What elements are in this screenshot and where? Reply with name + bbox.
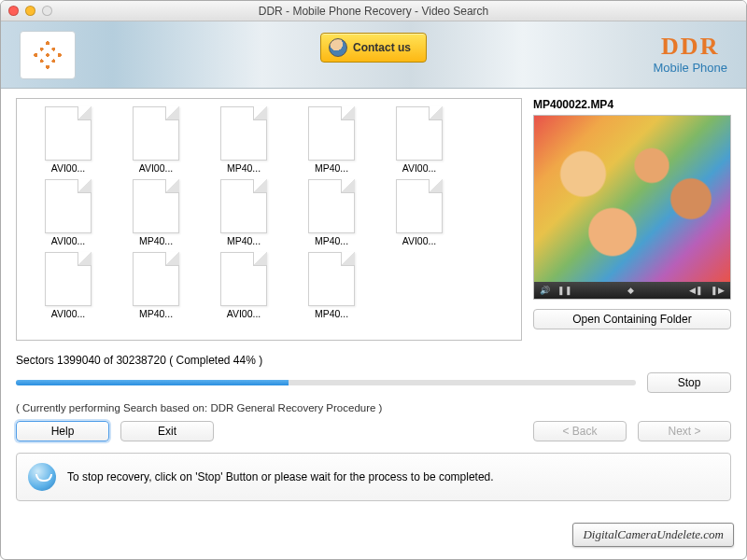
speech-bubble-icon <box>28 463 56 491</box>
file-icon <box>133 179 179 233</box>
info-box: To stop recovery, click on 'Stop' Button… <box>16 453 731 501</box>
file-icon <box>308 106 355 161</box>
preview-thumbnail <box>534 116 730 282</box>
next-track-icon[interactable]: ❚▶ <box>711 286 725 295</box>
file-label: AVI00... <box>385 162 454 174</box>
file-list-panel[interactable]: AVI00...AVI00...MP40...MP40...AVI00...AV… <box>16 98 522 341</box>
file-icon <box>308 179 355 233</box>
brand: DDR Mobile Phone <box>654 35 728 75</box>
app-logo <box>20 31 76 79</box>
progress-text: Sectors 1399040 of 30238720 ( Completed … <box>16 354 731 367</box>
file-grid: AVI00...AVI00...MP40...MP40...AVI00...AV… <box>34 106 514 319</box>
file-label: MP40... <box>297 308 366 319</box>
window-title: DDR - Mobile Phone Recovery - Video Sear… <box>1 5 746 18</box>
video-preview: 🔊 ❚❚ ◆ ◀❚ ❚▶ <box>533 115 731 300</box>
file-item[interactable]: MP40... <box>121 252 190 319</box>
preview-column: MP400022.MP4 🔊 ❚❚ ◆ ◀❚ ❚▶ <box>533 98 731 341</box>
file-label: MP40... <box>121 235 190 246</box>
file-label: MP40... <box>121 308 190 319</box>
file-icon <box>308 252 355 306</box>
titlebar: DDR - Mobile Phone Recovery - Video Sear… <box>1 1 746 21</box>
prev-track-icon[interactable]: ◀❚ <box>689 286 703 295</box>
file-item[interactable]: MP40... <box>297 106 366 174</box>
info-text: To stop recovery, click on 'Stop' Button… <box>67 470 494 483</box>
file-label: AVI00... <box>209 308 278 319</box>
file-label: AVI00... <box>34 308 103 319</box>
app-window: DDR - Mobile Phone Recovery - Video Sear… <box>0 0 747 560</box>
open-containing-folder-button[interactable]: Open Containing Folder <box>533 309 731 329</box>
file-icon <box>220 106 267 161</box>
file-label: MP40... <box>297 235 366 246</box>
file-item[interactable]: MP40... <box>209 106 278 174</box>
next-button: Next > <box>638 421 731 441</box>
file-item[interactable]: AVI00... <box>121 106 190 174</box>
logo-icon <box>28 35 67 74</box>
preview-filename: MP400022.MP4 <box>533 98 731 111</box>
video-controls: 🔊 ❚❚ ◆ ◀❚ ❚▶ <box>534 282 730 299</box>
exit-button[interactable]: Exit <box>120 421 214 441</box>
file-icon <box>220 179 267 233</box>
file-icon <box>396 106 443 161</box>
file-icon <box>45 106 92 161</box>
file-icon <box>220 252 267 306</box>
file-item[interactable]: AVI00... <box>34 179 103 246</box>
file-label: AVI00... <box>34 235 103 246</box>
brand-subtitle: Mobile Phone <box>654 61 728 75</box>
progress-fill <box>16 380 289 385</box>
main-row: AVI00...AVI00...MP40...MP40...AVI00...AV… <box>16 98 731 341</box>
back-button: < Back <box>533 421 627 441</box>
file-item[interactable]: MP40... <box>297 252 366 319</box>
contact-us-button[interactable]: Contact us <box>320 33 427 63</box>
file-item[interactable]: AVI00... <box>34 252 103 319</box>
file-item[interactable]: AVI00... <box>209 252 278 319</box>
file-item[interactable]: AVI00... <box>385 106 454 174</box>
file-icon <box>133 252 179 306</box>
file-icon <box>396 179 443 233</box>
volume-icon[interactable]: 🔊 <box>540 286 550 295</box>
content-area: AVI00...AVI00...MP40...MP40...AVI00...AV… <box>1 89 746 511</box>
file-item[interactable]: AVI00... <box>385 179 454 246</box>
traffic-lights <box>8 6 52 16</box>
file-icon <box>133 106 179 161</box>
app-header: Contact us DDR Mobile Phone <box>1 21 746 89</box>
progress-bar <box>16 380 636 385</box>
button-row: Help Exit < Back Next > <box>16 421 731 441</box>
file-label: MP40... <box>209 235 278 246</box>
pause-icon[interactable]: ❚❚ <box>557 286 572 295</box>
seek-diamond-icon[interactable]: ◆ <box>627 286 634 295</box>
file-item[interactable]: AVI00... <box>34 106 103 174</box>
file-item[interactable]: MP40... <box>297 179 366 246</box>
file-item[interactable]: MP40... <box>121 179 190 246</box>
contact-label: Contact us <box>353 41 411 54</box>
file-label: AVI00... <box>121 162 190 174</box>
file-icon <box>45 252 92 306</box>
stop-button[interactable]: Stop <box>647 372 731 393</box>
progress-section: Sectors 1399040 of 30238720 ( Completed … <box>16 354 731 413</box>
watermark: DigitalCameraUndelete.com <box>572 523 734 547</box>
file-label: AVI00... <box>385 235 454 246</box>
brand-title: DDR <box>654 35 728 59</box>
file-icon <box>45 179 92 233</box>
person-icon <box>329 38 347 57</box>
file-label: AVI00... <box>34 162 103 174</box>
minimize-icon[interactable] <box>25 6 35 16</box>
file-label: MP40... <box>209 162 278 174</box>
maximize-icon <box>42 6 52 16</box>
search-info-text: ( Currently performing Search based on: … <box>16 402 731 413</box>
progress-row: Stop <box>16 372 731 393</box>
file-item[interactable]: MP40... <box>209 179 278 246</box>
file-label: MP40... <box>297 162 366 174</box>
help-button[interactable]: Help <box>16 421 109 441</box>
close-icon[interactable] <box>8 6 19 16</box>
